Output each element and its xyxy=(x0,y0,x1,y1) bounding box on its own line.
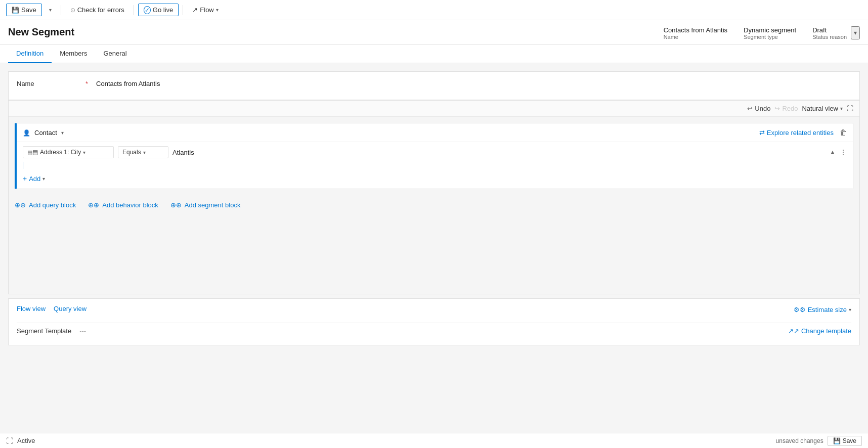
explore-icon xyxy=(759,129,765,137)
cursor-line xyxy=(17,160,853,170)
flow-icon xyxy=(192,6,198,14)
add-label: Add xyxy=(29,175,40,183)
tab-definition[interactable]: Definition xyxy=(8,44,52,63)
field-icon: ▤ xyxy=(27,149,38,156)
flow-view-link[interactable]: Flow view xyxy=(17,305,46,312)
add-behavior-block-label: Add behavior block xyxy=(102,201,158,209)
add-query-block-button[interactable]: ⊕ Add query block xyxy=(15,201,76,209)
redo-icon xyxy=(774,105,780,112)
cursor-blink xyxy=(23,162,23,169)
add-segment-block-button[interactable]: ⊕ Add segment block xyxy=(170,201,241,209)
estimate-icon: ⚙ xyxy=(794,306,806,313)
name-form-label: Name xyxy=(17,80,77,87)
add-segment-block-label: Add segment block xyxy=(185,201,241,209)
add-behavior-block-button[interactable]: ⊕ Add behavior block xyxy=(88,201,158,209)
explore-related-button[interactable]: Explore related entities xyxy=(759,129,834,137)
delete-block-button[interactable]: 🗑 xyxy=(840,128,847,137)
status-bar: ⛶ Active unsaved changes 💾 Save xyxy=(0,433,868,448)
operator-chevron: ▾ xyxy=(143,150,146,155)
check-errors-label: Check for errors xyxy=(77,6,124,14)
expand-icon xyxy=(847,105,853,112)
status-save-button[interactable]: 💾 Save xyxy=(828,436,862,446)
undo-button[interactable]: Undo xyxy=(747,105,770,112)
condition-more-button[interactable]: ⋮ xyxy=(840,148,847,156)
condition-value-display: Atlantis xyxy=(172,149,213,156)
name-form-value: Contacts from Atlantis xyxy=(96,80,160,87)
go-live-label: Go live xyxy=(153,6,173,14)
view-label: Natural view xyxy=(802,105,838,112)
estimate-chevron: ▾ xyxy=(849,307,851,312)
header-meta-segment-type-value: Dynamic segment xyxy=(744,26,796,34)
status-right: unsaved changes 💾 Save xyxy=(776,436,862,446)
query-block: Contact ▾ Explore related entities 🗑 ▤ xyxy=(15,123,853,189)
flow-label: Flow xyxy=(200,6,213,14)
add-condition-button[interactable]: + Add ▾ xyxy=(23,174,45,183)
form-section: Name * Contacts from Atlantis xyxy=(8,71,860,100)
condition-row: ▤ Address 1: City ▾ Equals ▾ Atlantis ▲ … xyxy=(17,142,853,160)
add-behavior-icon: ⊕ xyxy=(88,201,99,209)
header-meta-status: Draft Status reason xyxy=(812,26,847,40)
header-meta-status-label: Status reason xyxy=(812,34,847,40)
condition-operator-selector[interactable]: Equals ▾ xyxy=(118,146,168,158)
condition-field-value: Address 1: City xyxy=(40,149,81,156)
estimate-size-button[interactable]: ⚙ Estimate size ▾ xyxy=(794,306,851,313)
block-title-chevron[interactable]: ▾ xyxy=(61,130,64,136)
explore-label: Explore related entities xyxy=(767,129,834,137)
save-icon xyxy=(12,6,19,14)
save-button[interactable]: Save xyxy=(6,4,42,16)
status-save-icon: 💾 xyxy=(833,437,841,444)
header-meta-status-value: Draft xyxy=(812,26,847,34)
template-label: Segment Template xyxy=(17,327,71,335)
toolbar-separator-3 xyxy=(183,5,183,15)
header-collapse-button[interactable]: ▾ xyxy=(851,26,860,39)
tab-members[interactable]: Members xyxy=(52,44,95,63)
contact-icon xyxy=(23,129,30,137)
name-required-indicator: * xyxy=(85,80,88,87)
undo-label: Undo xyxy=(755,105,770,112)
status-active-text: Active xyxy=(17,437,35,444)
status-save-label: Save xyxy=(843,437,856,444)
query-view-link[interactable]: Query view xyxy=(54,305,86,312)
page-title: New Segment xyxy=(8,26,74,38)
toolbar: Save ▾ Check for errors Go live Flow ▾ xyxy=(0,0,868,20)
go-live-button[interactable]: Go live xyxy=(138,4,179,16)
estimate-size-label: Estimate size xyxy=(808,306,847,313)
save-label: Save xyxy=(21,6,36,14)
change-template-button[interactable]: ↗ Change template xyxy=(788,327,851,335)
redo-button[interactable]: Redo xyxy=(774,105,798,112)
add-chevron: ▾ xyxy=(42,176,45,182)
save-dropdown-button[interactable]: ▾ xyxy=(44,5,57,15)
estimate-row: ⚙ Estimate size ▾ xyxy=(794,306,851,313)
add-query-block-label: Add query block xyxy=(29,201,76,209)
main-content: Name * Contacts from Atlantis Undo Redo … xyxy=(0,63,868,433)
query-block-actions: Explore related entities 🗑 xyxy=(759,128,847,137)
name-form-row: Name * Contacts from Atlantis xyxy=(17,80,851,87)
page-header: New Segment Contacts from Atlantis Name … xyxy=(0,20,868,44)
add-query-icon: ⊕ xyxy=(15,201,26,209)
condition-actions: ▲ ⋮ xyxy=(830,148,847,156)
toolbar-separator-1 xyxy=(61,5,61,15)
header-meta-segment-type: Dynamic segment Segment type xyxy=(744,26,796,40)
bottom-section: Flow view Query view ⚙ Estimate size ▾ S… xyxy=(8,298,860,345)
tab-general[interactable]: General xyxy=(95,44,135,63)
header-meta-segment-type-label: Segment type xyxy=(744,34,796,40)
check-errors-button[interactable]: Check for errors xyxy=(65,4,129,16)
bottom-views: Flow view Query view xyxy=(17,305,86,312)
screen-icon: ⛶ xyxy=(6,437,13,445)
collapse-condition-button[interactable]: ▲ xyxy=(830,149,836,156)
status-left: ⛶ Active xyxy=(6,437,35,445)
expand-button[interactable] xyxy=(847,105,853,112)
add-icon: + xyxy=(23,174,27,183)
flow-button[interactable]: Flow ▾ xyxy=(187,4,223,16)
view-select[interactable]: Natural view ▾ xyxy=(802,105,843,112)
block-add-row: ⊕ Add query block ⊕ Add behavior block ⊕… xyxy=(9,195,859,213)
delete-icon-glyph: 🗑 xyxy=(840,128,847,137)
save-chevron-icon: ▾ xyxy=(49,7,52,13)
condition-field-selector[interactable]: ▤ Address 1: City ▾ xyxy=(23,146,114,158)
add-row: + Add ▾ xyxy=(17,170,853,189)
template-row: Segment Template --- ↗ Change template xyxy=(17,323,851,339)
header-meta-name-value: Contacts from Atlantis xyxy=(664,26,727,34)
query-block-title: Contact ▾ xyxy=(23,129,64,137)
query-block-header: Contact ▾ Explore related entities 🗑 xyxy=(17,123,853,142)
change-template-label: Change template xyxy=(801,327,851,335)
